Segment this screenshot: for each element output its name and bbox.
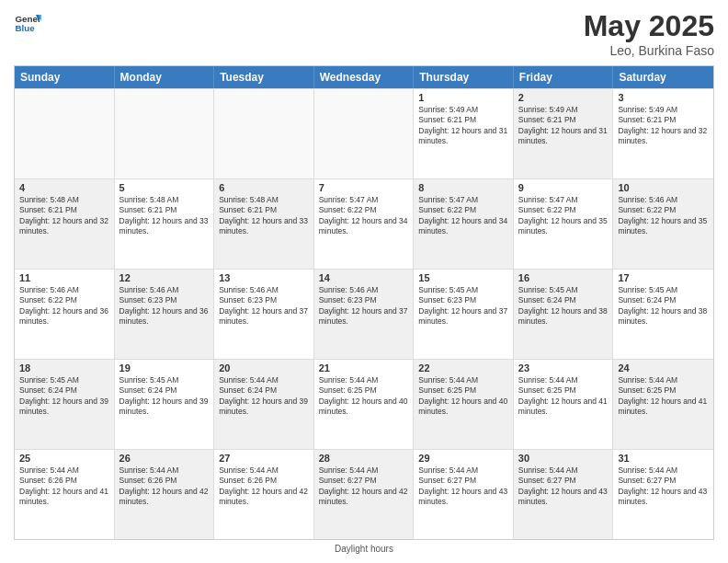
day-info: Sunrise: 5:47 AMSunset: 6:22 PMDaylight:…	[319, 195, 409, 237]
day-number: 1	[418, 92, 508, 103]
calendar-header-row: SundayMondayTuesdayWednesdayThursdayFrid…	[15, 66, 713, 88]
footer-note: Daylight hours	[14, 544, 714, 554]
day-number: 3	[618, 92, 709, 103]
day-info: Sunrise: 5:46 AMSunset: 6:23 PMDaylight:…	[319, 285, 409, 327]
header: General Blue May 2025 Leo, Burkina Faso	[14, 9, 714, 58]
calendar-cell	[214, 89, 314, 178]
day-number: 6	[219, 182, 309, 193]
calendar-cell: 18Sunrise: 5:45 AMSunset: 6:24 PMDayligh…	[15, 360, 115, 449]
day-number: 31	[618, 453, 709, 464]
day-number: 18	[19, 362, 109, 373]
day-info: Sunrise: 5:44 AMSunset: 6:24 PMDaylight:…	[219, 375, 309, 418]
calendar-week-row: 11Sunrise: 5:46 AMSunset: 6:22 PMDayligh…	[15, 269, 713, 359]
calendar-cell: 5Sunrise: 5:48 AMSunset: 6:21 PMDaylight…	[115, 179, 215, 269]
day-number: 10	[618, 182, 709, 193]
calendar-cell: 12Sunrise: 5:46 AMSunset: 6:23 PMDayligh…	[115, 270, 215, 359]
calendar-cell	[115, 89, 215, 178]
calendar-cell: 23Sunrise: 5:44 AMSunset: 6:25 PMDayligh…	[514, 360, 614, 449]
day-number: 21	[319, 362, 409, 373]
day-info: Sunrise: 5:49 AMSunset: 6:21 PMDaylight:…	[418, 105, 508, 147]
day-info: Sunrise: 5:44 AMSunset: 6:25 PMDaylight:…	[418, 375, 508, 418]
day-number: 22	[418, 362, 508, 373]
day-number: 26	[119, 453, 210, 464]
calendar-cell: 21Sunrise: 5:44 AMSunset: 6:25 PMDayligh…	[314, 360, 415, 449]
day-info: Sunrise: 5:47 AMSunset: 6:22 PMDaylight:…	[418, 195, 508, 237]
calendar-cell: 22Sunrise: 5:44 AMSunset: 6:25 PMDayligh…	[414, 360, 514, 449]
day-info: Sunrise: 5:49 AMSunset: 6:21 PMDaylight:…	[518, 105, 609, 147]
day-number: 19	[119, 362, 210, 373]
logo: General Blue	[14, 9, 41, 37]
day-number: 13	[219, 272, 309, 283]
calendar-title: May 2025	[584, 9, 714, 43]
calendar-cell: 10Sunrise: 5:46 AMSunset: 6:22 PMDayligh…	[613, 179, 713, 269]
calendar-cell: 9Sunrise: 5:47 AMSunset: 6:22 PMDaylight…	[514, 179, 614, 269]
calendar-cell	[314, 89, 415, 178]
day-number: 16	[518, 272, 609, 283]
day-number: 23	[518, 362, 609, 373]
day-info: Sunrise: 5:48 AMSunset: 6:21 PMDaylight:…	[219, 195, 309, 237]
day-info: Sunrise: 5:44 AMSunset: 6:25 PMDaylight:…	[518, 375, 609, 418]
page: General Blue May 2025 Leo, Burkina Faso …	[0, 0, 728, 563]
day-number: 27	[219, 453, 309, 464]
calendar-header-cell: Friday	[514, 66, 614, 88]
day-number: 14	[319, 272, 409, 283]
calendar-cell: 31Sunrise: 5:44 AMSunset: 6:27 PMDayligh…	[613, 450, 713, 539]
day-info: Sunrise: 5:44 AMSunset: 6:26 PMDaylight:…	[19, 465, 109, 508]
calendar-cell: 24Sunrise: 5:44 AMSunset: 6:25 PMDayligh…	[613, 360, 713, 449]
day-info: Sunrise: 5:44 AMSunset: 6:27 PMDaylight:…	[518, 465, 609, 508]
calendar-cell: 16Sunrise: 5:45 AMSunset: 6:24 PMDayligh…	[514, 270, 614, 359]
day-number: 29	[418, 453, 508, 464]
day-number: 9	[518, 182, 609, 193]
day-info: Sunrise: 5:45 AMSunset: 6:24 PMDaylight:…	[119, 375, 210, 418]
day-number: 20	[219, 362, 309, 373]
day-info: Sunrise: 5:44 AMSunset: 6:26 PMDaylight:…	[219, 465, 309, 508]
calendar-cell: 13Sunrise: 5:46 AMSunset: 6:23 PMDayligh…	[214, 270, 314, 359]
logo-icon: General Blue	[14, 9, 41, 37]
day-info: Sunrise: 5:45 AMSunset: 6:24 PMDaylight:…	[618, 285, 709, 327]
day-number: 15	[418, 272, 508, 283]
day-number: 4	[19, 182, 109, 193]
day-info: Sunrise: 5:44 AMSunset: 6:27 PMDaylight:…	[319, 465, 409, 508]
calendar-cell: 1Sunrise: 5:49 AMSunset: 6:21 PMDaylight…	[414, 89, 514, 178]
calendar-week-row: 4Sunrise: 5:48 AMSunset: 6:21 PMDaylight…	[15, 178, 713, 269]
calendar-week-row: 18Sunrise: 5:45 AMSunset: 6:24 PMDayligh…	[15, 359, 713, 449]
day-number: 12	[119, 272, 210, 283]
calendar-subtitle: Leo, Burkina Faso	[584, 43, 714, 58]
day-info: Sunrise: 5:49 AMSunset: 6:21 PMDaylight:…	[618, 105, 709, 147]
day-number: 30	[518, 453, 609, 464]
day-number: 28	[319, 453, 409, 464]
calendar-cell: 3Sunrise: 5:49 AMSunset: 6:21 PMDaylight…	[613, 89, 713, 178]
calendar-cell: 29Sunrise: 5:44 AMSunset: 6:27 PMDayligh…	[414, 450, 514, 539]
day-number: 11	[19, 272, 109, 283]
day-number: 24	[618, 362, 709, 373]
day-info: Sunrise: 5:46 AMSunset: 6:23 PMDaylight:…	[119, 285, 210, 327]
day-info: Sunrise: 5:44 AMSunset: 6:26 PMDaylight:…	[119, 465, 210, 508]
day-info: Sunrise: 5:46 AMSunset: 6:22 PMDaylight:…	[618, 195, 709, 237]
calendar-header-cell: Tuesday	[214, 66, 314, 88]
calendar-cell: 30Sunrise: 5:44 AMSunset: 6:27 PMDayligh…	[514, 450, 614, 539]
day-info: Sunrise: 5:48 AMSunset: 6:21 PMDaylight:…	[19, 195, 109, 237]
calendar-cell: 26Sunrise: 5:44 AMSunset: 6:26 PMDayligh…	[115, 450, 215, 539]
calendar-header-cell: Thursday	[414, 66, 514, 88]
day-info: Sunrise: 5:45 AMSunset: 6:24 PMDaylight:…	[518, 285, 609, 327]
calendar-cell: 7Sunrise: 5:47 AMSunset: 6:22 PMDaylight…	[314, 179, 415, 269]
day-info: Sunrise: 5:48 AMSunset: 6:21 PMDaylight:…	[119, 195, 210, 237]
calendar-week-row: 25Sunrise: 5:44 AMSunset: 6:26 PMDayligh…	[15, 449, 713, 539]
calendar-cell: 4Sunrise: 5:48 AMSunset: 6:21 PMDaylight…	[15, 179, 115, 269]
calendar-cell: 6Sunrise: 5:48 AMSunset: 6:21 PMDaylight…	[214, 179, 314, 269]
day-info: Sunrise: 5:45 AMSunset: 6:23 PMDaylight:…	[418, 285, 508, 327]
day-info: Sunrise: 5:46 AMSunset: 6:22 PMDaylight:…	[19, 285, 109, 327]
calendar-cell: 28Sunrise: 5:44 AMSunset: 6:27 PMDayligh…	[314, 450, 415, 539]
day-number: 5	[119, 182, 210, 193]
calendar-cell: 19Sunrise: 5:45 AMSunset: 6:24 PMDayligh…	[115, 360, 215, 449]
calendar-week-row: 1Sunrise: 5:49 AMSunset: 6:21 PMDaylight…	[15, 88, 713, 178]
day-info: Sunrise: 5:46 AMSunset: 6:23 PMDaylight:…	[219, 285, 309, 327]
calendar-cell: 2Sunrise: 5:49 AMSunset: 6:21 PMDaylight…	[514, 89, 614, 178]
svg-text:Blue: Blue	[16, 23, 36, 33]
calendar-cell: 14Sunrise: 5:46 AMSunset: 6:23 PMDayligh…	[314, 270, 415, 359]
day-number: 17	[618, 272, 709, 283]
calendar-cell: 17Sunrise: 5:45 AMSunset: 6:24 PMDayligh…	[613, 270, 713, 359]
calendar-cell: 8Sunrise: 5:47 AMSunset: 6:22 PMDaylight…	[414, 179, 514, 269]
day-number: 2	[518, 92, 609, 103]
day-info: Sunrise: 5:44 AMSunset: 6:25 PMDaylight:…	[319, 375, 409, 418]
